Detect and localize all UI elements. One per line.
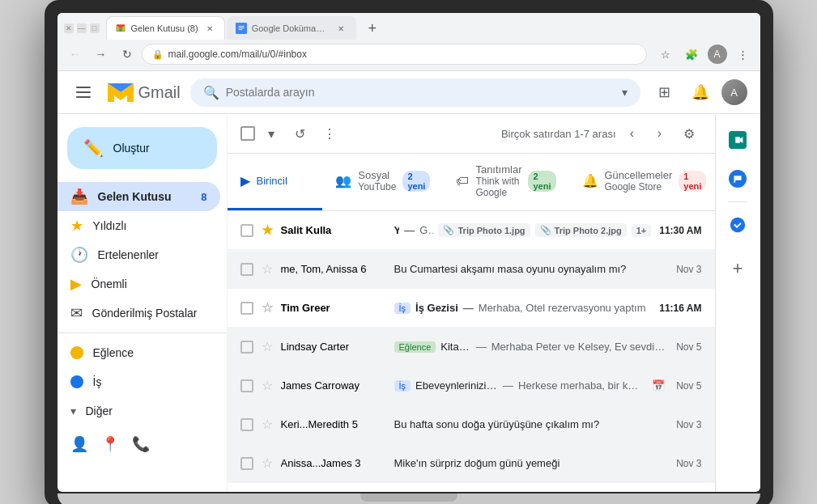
star-icon[interactable]: ☆ [262, 300, 273, 316]
chrome-menu-button[interactable]: ⋮ [733, 44, 754, 65]
phone-icon[interactable]: 📞 [132, 435, 150, 453]
email-subject: Yosemite Gezisi [394, 224, 400, 236]
email-row[interactable]: ☆ Keri...Meredith 5 Bu hafta sonu doğa y… [228, 405, 715, 444]
header-right-actions: ⊞ 🔔 A [650, 78, 747, 107]
right-sidebar-divider [728, 201, 747, 202]
apps-button[interactable]: ⊞ [650, 78, 679, 107]
category-tabs: ▶ Birincil 👥 Sosyal YouTube 2 yeni [228, 154, 715, 211]
starred-label: Yıldızlı [93, 219, 207, 232]
eglen-label: Eğlence [93, 346, 134, 359]
google-tasks-icon[interactable] [721, 209, 754, 241]
email-checkbox[interactable] [240, 379, 253, 392]
profile-button[interactable]: A [707, 44, 728, 65]
email-snippet: Herkese merhaba, bir konuda fikrinizi al… [518, 379, 644, 392]
email-checkbox[interactable] [240, 224, 253, 237]
settings-button[interactable]: ⚙ [676, 121, 702, 146]
email-snippet: Gezide çekilen resimleri paylaşabilir mi… [419, 224, 433, 236]
back-button[interactable]: ← [64, 43, 87, 66]
star-icon[interactable]: ☆ [262, 261, 273, 277]
docs-tab-close[interactable]: ✕ [334, 22, 347, 35]
email-checkbox[interactable] [240, 302, 253, 315]
sidebar-item-important[interactable]: ▶ Önemli [57, 269, 220, 299]
star-icon[interactable]: ☆ [262, 417, 273, 432]
sidebar-label-is[interactable]: İş [57, 367, 220, 396]
email-checkbox[interactable] [240, 418, 253, 431]
sidebar-item-inbox[interactable]: 📥 Gelen Kutusu 8 [57, 182, 220, 211]
email-row[interactable]: ☆ Tim Greer İş İş Gezisi — Merhaba, Otel… [228, 289, 715, 328]
gmail-logo-icon [106, 82, 135, 104]
star-icon[interactable]: ☆ [262, 339, 273, 354]
pagination-nav: ‹ › [619, 121, 673, 146]
starred-icon: ★ [70, 217, 83, 235]
star-icon[interactable]: ★ [262, 222, 273, 238]
svg-rect-3 [238, 28, 244, 28]
add-app-button[interactable]: + [723, 254, 752, 283]
sidebar-footer: 👤 📍 📞 [57, 426, 227, 463]
star-icon[interactable]: ☆ [262, 455, 273, 471]
browser-tab-gmail[interactable]: Gelen Kutusu (8) ✕ [106, 16, 225, 40]
sidebar-item-other[interactable]: ▾ Diğer [57, 396, 220, 426]
email-row[interactable]: ☆ James Carroway İş Ebeveynlerinizi işe … [228, 366, 715, 405]
compose-button[interactable]: ✏️ Oluştur [67, 127, 217, 169]
notifications-button[interactable]: 🔔 [686, 78, 715, 107]
other-expand-icon: ▾ [70, 404, 76, 417]
sidebar-item-starred[interactable]: ★ Yıldızlı [57, 211, 220, 240]
gmail-menu-button[interactable] [70, 79, 96, 105]
refresh-emails-button[interactable]: ↺ [287, 121, 313, 146]
window-close-button[interactable]: ✕ [64, 23, 74, 33]
is-dot [70, 375, 83, 388]
more-options-button[interactable]: ⋮ [317, 121, 343, 146]
select-dropdown-button[interactable]: ▾ [258, 121, 284, 146]
prev-page-button[interactable]: ‹ [619, 121, 645, 146]
email-row[interactable]: ☆ me, Tom, Anissa 6 Bu Cumartesi akşamı … [228, 250, 715, 289]
search-input[interactable] [226, 86, 615, 99]
sidebar-item-sent[interactable]: ✉ Gönderilmiş Postalar [57, 299, 220, 328]
email-row[interactable]: ★ Salit Kulla Yosemite Gezisi — Gezide ç… [228, 211, 715, 250]
tab-birincil[interactable]: ▶ Birincil [228, 154, 323, 210]
google-chat-icon[interactable] [721, 163, 754, 195]
sosyal-sub: YouTube [358, 181, 396, 193]
sidebar-label-eglen[interactable]: Eğlence [57, 338, 220, 367]
map-icon[interactable]: 📍 [101, 435, 119, 453]
select-all-checkbox[interactable] [240, 126, 255, 141]
sosyal-icon: 👥 [335, 173, 351, 188]
email-row[interactable]: ☆ Lindsay Carter Eğlence Kitap kulübü — … [228, 328, 715, 366]
email-row[interactable]: ☆ Anissa...James 3 Mike'ın sürpriz doğum… [228, 444, 715, 483]
email-dash: — [463, 302, 474, 314]
browser-tab-docs[interactable]: Google Dokümanlar ✕ [227, 16, 356, 40]
gmail-text: Gmail [138, 83, 181, 102]
window-maximize-button[interactable]: □ [90, 23, 100, 33]
forward-button[interactable]: → [90, 43, 113, 66]
sidebar-item-snoozed[interactable]: 🕐 Ertelenenler [57, 240, 220, 269]
address-bar[interactable]: 🔒 mail.google.com/mail/u/0/#inbox [142, 44, 647, 65]
email-time: Nov 3 [676, 419, 701, 430]
tab-tanitimlar[interactable]: 🏷 Tanıtımlar Think with Google 2 yeni [443, 154, 568, 210]
right-sidebar: + [715, 114, 760, 492]
sidebar: ✏️ Oluştur 📥 Gelen Kutusu 8 ★ Yıldızlı 🕐 [57, 114, 228, 492]
ssl-lock-icon: 🔒 [152, 49, 164, 60]
email-checkbox[interactable] [240, 341, 253, 354]
next-page-button[interactable]: › [647, 121, 673, 146]
extensions-button[interactable]: 🧩 [681, 44, 702, 65]
email-checkbox[interactable] [240, 457, 253, 470]
email-content: İş Ebeveynlerinizi işe getirme günü — He… [394, 379, 645, 392]
email-time: 11:16 AM [659, 303, 701, 314]
contacts-icon[interactable]: 👤 [70, 435, 88, 453]
tab-sosyal[interactable]: 👥 Sosyal YouTube 2 yeni [322, 154, 443, 210]
search-dropdown-icon[interactable]: ▾ [622, 86, 628, 99]
email-time: 11:30 AM [659, 225, 701, 236]
search-icon: 🔍 [203, 85, 219, 100]
new-tab-button[interactable]: + [361, 17, 384, 40]
birincil-name: Birincil [257, 175, 287, 187]
email-checkbox[interactable] [240, 263, 253, 276]
bookmark-button[interactable]: ☆ [655, 44, 676, 65]
gmail-tab-close[interactable]: ✕ [203, 22, 216, 35]
inbox-icon: 📥 [70, 188, 88, 205]
user-avatar[interactable]: A [721, 79, 747, 105]
refresh-button[interactable]: ↻ [116, 43, 138, 66]
star-icon[interactable]: ☆ [262, 378, 273, 393]
tab-guncellemeler[interactable]: 🔔 Güncellemeler Google Store 1 yeni [569, 154, 715, 210]
window-minimize-button[interactable]: — [77, 23, 87, 33]
search-bar[interactable]: 🔍 ▾ [190, 78, 640, 107]
google-meet-icon[interactable] [721, 124, 754, 156]
